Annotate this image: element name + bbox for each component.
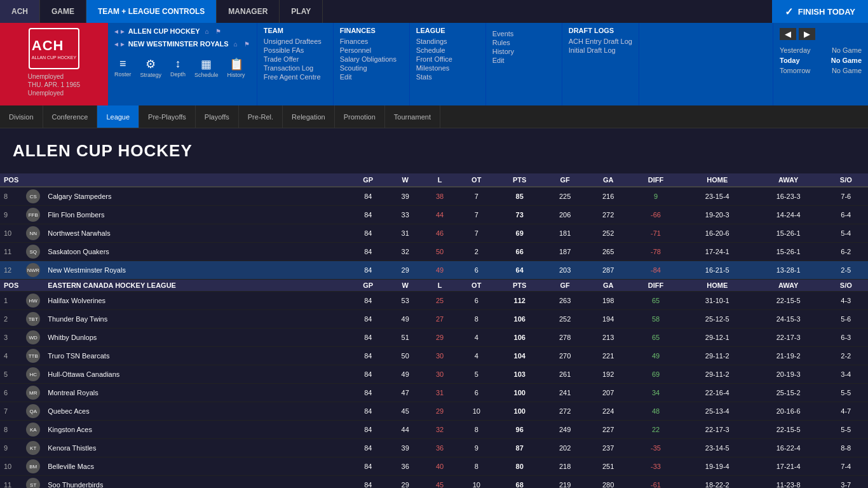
depth-button[interactable]: ↕ Depth <box>166 55 189 81</box>
team-menu-item-3[interactable]: Transaction Log <box>264 64 327 72</box>
tab-pre-rel[interactable]: Pre-Rel. <box>239 105 283 128</box>
league-menu-item-2[interactable]: Front Office <box>416 55 479 64</box>
table-row[interactable]: 9 FFB Flin Flon Bombers 84 33 44 7 73 20… <box>0 206 868 224</box>
row-pos: 5 <box>0 365 22 384</box>
row-gf: 249 <box>543 421 587 439</box>
row-home: 17-24-1 <box>682 243 753 261</box>
timeline-next-button[interactable]: ▶ <box>799 28 815 40</box>
row-gf: 252 <box>543 310 587 329</box>
row-w: 39 <box>388 187 423 206</box>
tab-play[interactable]: PLAY <box>280 0 323 23</box>
roster-button[interactable]: ≡ Roster <box>111 55 135 81</box>
tab-manager[interactable]: MANAGER <box>217 0 280 23</box>
league-menu2-item-2[interactable]: History <box>492 47 555 56</box>
new-westminster-nav[interactable]: ◄► NEW WESTMINSTER ROYALS ⌂ ⚑ <box>111 38 254 50</box>
row-w: 29 <box>388 476 423 489</box>
finances-menu-item-2[interactable]: Salary Obligations <box>340 55 403 64</box>
row-pts: 106 <box>496 329 543 347</box>
timeline-navigation: ◀ ▶ <box>780 28 862 40</box>
league-menu-item-0[interactable]: Standings <box>416 37 479 46</box>
team-menu-item-2[interactable]: Trade Offer <box>264 55 327 64</box>
table-row[interactable]: 8 CS Calgary Stampeders 84 39 38 7 85 22… <box>0 187 868 206</box>
main-content: ALLEN CUP HOCKEY POS GP W L OT PTS GF GA… <box>0 128 868 488</box>
tab-promotion[interactable]: Promotion <box>335 105 385 128</box>
league-menu-item-4[interactable]: Stats <box>416 72 479 81</box>
row-team: Kenora Thistles <box>44 439 348 458</box>
history-button[interactable]: 📋 History <box>224 55 249 81</box>
tab-pre-playoffs[interactable]: Pre-Playoffs <box>139 105 196 128</box>
tab-game[interactable]: GAME <box>40 0 86 23</box>
home-icon-2[interactable]: ⌂ <box>231 39 240 48</box>
league-menu-item-1[interactable]: Schedule <box>416 46 479 55</box>
table-row[interactable]: 8 KA Kingston Aces 84 44 32 8 96 249 227… <box>0 421 868 439</box>
table-row[interactable]: 6 MR Montreal Royals 84 47 31 6 100 241 … <box>0 384 868 402</box>
header-gf: GF <box>543 173 587 187</box>
finances-menu-item-4[interactable]: Edit <box>340 72 403 81</box>
tab-division[interactable]: Division <box>0 105 43 128</box>
timeline-prev-button[interactable]: ◀ <box>780 28 796 40</box>
user-info: Unemployed THU. APR. 1 1965 Unemployed <box>23 69 85 100</box>
nav-arrows-1: ◄► <box>113 28 126 35</box>
row-w: 50 <box>388 347 423 365</box>
tab-ach[interactable]: ACH <box>0 0 40 23</box>
tab-relegation[interactable]: Relegation <box>283 105 335 128</box>
row-l: 40 <box>423 458 457 476</box>
today-label: Today <box>780 57 800 64</box>
tab-league[interactable]: League <box>97 105 139 128</box>
row-home: 16-21-5 <box>682 261 753 280</box>
row-gf: 202 <box>543 439 587 458</box>
schedule-button[interactable]: ▦ Schedule <box>191 55 222 81</box>
row-l: 31 <box>423 384 457 402</box>
tab-team-league[interactable]: TEAM + LEAGUE CONTROLS <box>86 0 217 23</box>
allen-cup-label: ALLEN CUP HOCKEY <box>128 27 200 35</box>
header-pts: PTS <box>496 173 543 187</box>
tab-conference[interactable]: Conference <box>43 105 98 128</box>
row-gf: 187 <box>543 243 587 261</box>
table-row[interactable]: 1 HW Halifax Wolverines 84 53 25 6 112 2… <box>0 292 868 310</box>
row-away: 21-19-2 <box>753 347 824 365</box>
row-w: 44 <box>388 421 423 439</box>
top-navigation: ACH GAME TEAM + LEAGUE CONTROLS MANAGER … <box>0 0 868 23</box>
team-menu-item-0[interactable]: Unsigned Draftees <box>264 37 327 46</box>
strategy-button[interactable]: ⚙ Strategy <box>137 55 166 81</box>
finish-today-button[interactable]: ✓ FINISH TODAY <box>772 0 868 23</box>
tab-playoffs[interactable]: Playoffs <box>196 105 239 128</box>
row-ot: 7 <box>457 224 496 243</box>
finances-menu-item-0[interactable]: Finances <box>340 37 403 46</box>
table-row[interactable]: 5 HC Hull-Ottawa Canadians 84 49 30 5 10… <box>0 365 868 384</box>
row-w: 32 <box>388 243 423 261</box>
table-row[interactable]: 4 TTB Truro TSN Bearcats 84 50 30 4 104 … <box>0 347 868 365</box>
league-menu2-item-1[interactable]: Rules <box>492 38 555 47</box>
row-gp: 84 <box>348 310 388 329</box>
table-row[interactable]: 12 NWR New Westminster Royals 84 29 49 6… <box>0 261 868 280</box>
history-label: History <box>227 72 245 78</box>
table-row[interactable]: 11 ST Soo Thunderbirds 84 29 45 10 68 21… <box>0 476 868 489</box>
finances-menu-item-1[interactable]: Personnel <box>340 46 403 55</box>
home-icon-1[interactable]: ⌂ <box>203 27 212 36</box>
row-l: 45 <box>423 476 457 489</box>
table-row[interactable]: 9 KT Kenora Thistles 84 39 36 9 87 202 2… <box>0 439 868 458</box>
table-row[interactable]: 10 BM Belleville Macs 84 36 40 8 80 218 … <box>0 458 868 476</box>
row-logo: TBT <box>22 310 44 329</box>
league-menu2-item-0[interactable]: Events <box>492 29 555 38</box>
table-row[interactable]: 10 NN Northwest Narwhals 84 31 46 7 69 1… <box>0 224 868 243</box>
table-row[interactable]: 11 SQ Saskatoon Quakers 84 32 50 2 66 18… <box>0 243 868 261</box>
league-menu2-item-3[interactable]: Edit <box>492 56 555 65</box>
table-row[interactable]: 7 QA Quebec Aces 84 45 29 10 100 272 224… <box>0 402 868 421</box>
table-row[interactable]: 3 WD Whitby Dunlops 84 51 29 4 106 278 2… <box>0 329 868 347</box>
yesterday-row: Yesterday No Game <box>780 45 862 55</box>
table-row[interactable]: 2 TBT Thunder Bay Twins 84 49 27 8 106 2… <box>0 310 868 329</box>
draft-menu-item-1[interactable]: Initial Draft Log <box>569 46 632 55</box>
team-menu-item-4[interactable]: Free Agent Centre <box>264 72 327 81</box>
nav-links-section: ◄► ALLEN CUP HOCKEY ⌂ ⚑ ◄► NEW WESTMINST… <box>108 23 257 105</box>
league-menu-item-3[interactable]: Milestones <box>416 64 479 72</box>
row-pts: 66 <box>496 243 543 261</box>
finances-menu-item-3[interactable]: Scouting <box>340 64 403 72</box>
flag-icon-2[interactable]: ⚑ <box>243 39 252 48</box>
row-away: 16-22-4 <box>753 439 824 458</box>
flag-icon-1[interactable]: ⚑ <box>214 27 223 36</box>
tab-tournament[interactable]: Tournament <box>385 105 440 128</box>
draft-menu-item-0[interactable]: ACH Entry Draft Log <box>569 37 632 46</box>
team-menu-item-1[interactable]: Possible FAs <box>264 46 327 55</box>
allen-cup-nav[interactable]: ◄► ALLEN CUP HOCKEY ⌂ ⚑ <box>111 25 254 37</box>
